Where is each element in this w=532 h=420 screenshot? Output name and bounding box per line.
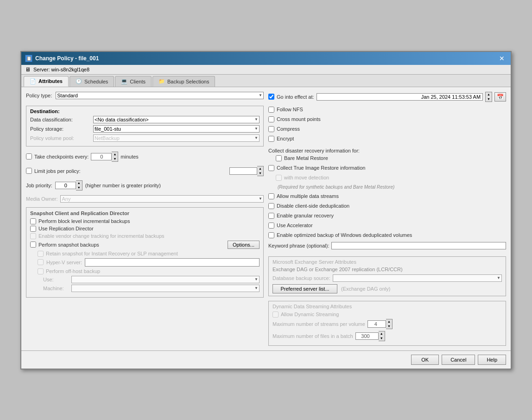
- job-priority-label: Job priority:: [26, 183, 52, 188]
- perform-offhost-checkbox[interactable]: [38, 268, 44, 274]
- job-priority-spin-down[interactable]: ▼: [76, 185, 82, 190]
- destination-box: Destination: Data classification: <No da…: [26, 106, 264, 146]
- compress-checkbox[interactable]: [268, 126, 274, 132]
- enable-granular-checkbox[interactable]: [268, 213, 274, 219]
- policy-storage-label: Policy storage:: [30, 126, 90, 132]
- use-replication-director-checkbox[interactable]: [30, 226, 36, 232]
- hyper-v-input[interactable]: [85, 258, 260, 267]
- policy-volume-select[interactable]: NetBackup: [93, 134, 260, 142]
- max-files-input[interactable]: [355, 332, 379, 340]
- datetime-spin-down[interactable]: ▼: [486, 97, 492, 102]
- limit-jobs-spin-down[interactable]: ▼: [257, 171, 263, 176]
- with-move-detection-row: with move detection: [276, 175, 506, 181]
- keyword-phrase-label: Keyword phrase (optional):: [268, 243, 329, 248]
- job-priority-spin-up[interactable]: ▲: [76, 181, 82, 185]
- perform-block-level-checkbox[interactable]: [30, 218, 36, 224]
- keyword-phrase-row: Keyword phrase (optional):: [268, 242, 506, 249]
- retain-snapshot-checkbox[interactable]: [38, 251, 44, 257]
- max-streams-input[interactable]: [367, 320, 386, 328]
- follow-nfs-checkbox[interactable]: [268, 107, 274, 113]
- allow-dynamic-streaming-checkbox[interactable]: [272, 312, 279, 318]
- policy-volume-wrapper: NetBackup: [93, 134, 260, 142]
- server-icon: 🖥: [25, 66, 31, 73]
- cancel-button[interactable]: Cancel: [442, 355, 475, 365]
- backup-selections-icon: 📁: [158, 78, 165, 84]
- max-streams-row: Maximum number of streams per volume ▲ ▼: [272, 319, 502, 329]
- left-panel: Policy type: Standard Destination: Data …: [26, 92, 264, 346]
- right-panel: Go into effect at: Jan 25, 2024 11:53:53…: [268, 92, 506, 346]
- go-into-effect-checkbox[interactable]: [268, 94, 274, 100]
- perform-snapshot-checkbox[interactable]: [30, 242, 36, 248]
- max-streams-spin-down[interactable]: ▼: [386, 324, 392, 329]
- perform-snapshot-label: Perform snapshot backups: [38, 242, 99, 248]
- job-priority-input[interactable]: [55, 182, 76, 189]
- db-backup-source-row: Database backup source:: [272, 274, 502, 282]
- cross-mount-points-checkbox[interactable]: [268, 116, 274, 122]
- data-classification-select[interactable]: <No data classification>: [93, 116, 260, 123]
- collect-true-image-checkbox[interactable]: [268, 165, 274, 171]
- collect-dr-section: Collect disaster recovery information fo…: [268, 148, 506, 163]
- enable-vendor-change-checkbox[interactable]: [30, 233, 36, 239]
- ms-exchange-section: Microsoft Exchange Server Attributes Exc…: [268, 256, 506, 296]
- max-files-spin-down[interactable]: ▼: [379, 336, 385, 341]
- dynamic-streaming-section: Dynamic Data Streaming Attributes Allow …: [268, 301, 506, 346]
- footer: OK Cancel Help: [21, 350, 511, 369]
- keyword-phrase-input[interactable]: [331, 242, 506, 249]
- policy-type-select[interactable]: Standard: [56, 92, 264, 99]
- options-button[interactable]: Options...: [228, 241, 260, 249]
- job-priority-spin-buttons: ▲ ▼: [76, 180, 82, 191]
- snapshot-section-title: Snapshot Client and Replication Director: [30, 210, 260, 216]
- limit-jobs-input[interactable]: [229, 167, 257, 175]
- tab-backup-selections[interactable]: 📁 Backup Selections: [152, 76, 215, 87]
- ok-button[interactable]: OK: [411, 355, 439, 365]
- hyper-v-row: Hyper-V server:: [38, 258, 260, 267]
- perform-block-level-label: Perform block level incremental backups: [38, 218, 130, 224]
- encrypt-checkbox[interactable]: [268, 136, 274, 142]
- cross-mount-points-label: Cross mount points: [277, 116, 321, 122]
- with-move-detection-checkbox[interactable]: [276, 175, 282, 181]
- media-owner-row: Media Owner: Any: [26, 195, 264, 203]
- retain-snapshot-row: Retain snapshot for Instant Recovery or …: [38, 251, 260, 257]
- enable-vendor-change-label: Enable vendor change tracking for increm…: [38, 233, 165, 239]
- max-files-spin-up[interactable]: ▲: [379, 331, 385, 336]
- perform-offhost-label: Perform off-host backup: [46, 268, 100, 274]
- bare-metal-checkbox[interactable]: [276, 155, 282, 161]
- enable-optimized-checkbox[interactable]: [268, 232, 274, 238]
- checkpoints-value-input[interactable]: [91, 153, 112, 160]
- datetime-spin-up[interactable]: ▲: [486, 92, 492, 97]
- machine-row: Machine:: [43, 285, 260, 292]
- collect-true-image-label: Collect True Image Restore information: [277, 165, 365, 171]
- calendar-button[interactable]: 📅: [494, 92, 506, 102]
- limit-jobs-spin-up[interactable]: ▲: [257, 166, 263, 171]
- limit-jobs-row: Limit jobs per policy: ▲ ▼: [26, 166, 264, 176]
- machine-select[interactable]: [71, 285, 260, 292]
- go-into-effect-datetime[interactable]: Jan 25, 2024 11:53:53 AM: [317, 93, 483, 101]
- use-accelerator-checkbox[interactable]: [268, 223, 274, 229]
- cross-mount-points-row: Cross mount points: [268, 116, 506, 122]
- disable-client-dedup-checkbox[interactable]: [268, 203, 274, 209]
- pref-server-row: Preferred server list... (Exchange DAG o…: [272, 284, 502, 293]
- limit-jobs-checkbox[interactable]: [26, 168, 32, 174]
- take-checkpoints-checkbox[interactable]: [26, 153, 32, 159]
- disable-client-dedup-label: Disable client-side deduplication: [277, 203, 349, 209]
- db-backup-source-select[interactable]: [333, 274, 502, 282]
- close-button[interactable]: ✕: [497, 55, 507, 62]
- pref-server-button[interactable]: Preferred server list...: [272, 284, 337, 293]
- max-files-spinbox: ▲ ▼: [355, 331, 385, 341]
- use-select[interactable]: [71, 276, 260, 283]
- max-streams-spin-up[interactable]: ▲: [386, 319, 392, 324]
- help-button[interactable]: Help: [478, 355, 506, 365]
- tab-attributes[interactable]: 📄 Attributes: [24, 76, 69, 87]
- hyper-v-label: Hyper-V server:: [46, 260, 82, 265]
- allow-multiple-streams-checkbox[interactable]: [268, 193, 274, 199]
- checkpoints-spin-up[interactable]: ▲: [112, 152, 118, 157]
- policy-storage-select[interactable]: file_001-stu: [93, 125, 260, 133]
- media-owner-select[interactable]: Any: [60, 195, 264, 203]
- main-window: 📋 Change Policy - file_001 ✕ 🖥 Server: w…: [20, 51, 512, 369]
- use-label: Use:: [43, 277, 69, 282]
- hyper-v-checkbox[interactable]: [38, 259, 44, 265]
- checkpoints-spin-down[interactable]: ▼: [112, 157, 118, 161]
- tab-clients[interactable]: 💻 Clients: [115, 76, 152, 87]
- max-streams-label: Maximum number of streams per volume: [272, 321, 365, 327]
- tab-schedules[interactable]: 🕐 Schedules: [70, 76, 114, 87]
